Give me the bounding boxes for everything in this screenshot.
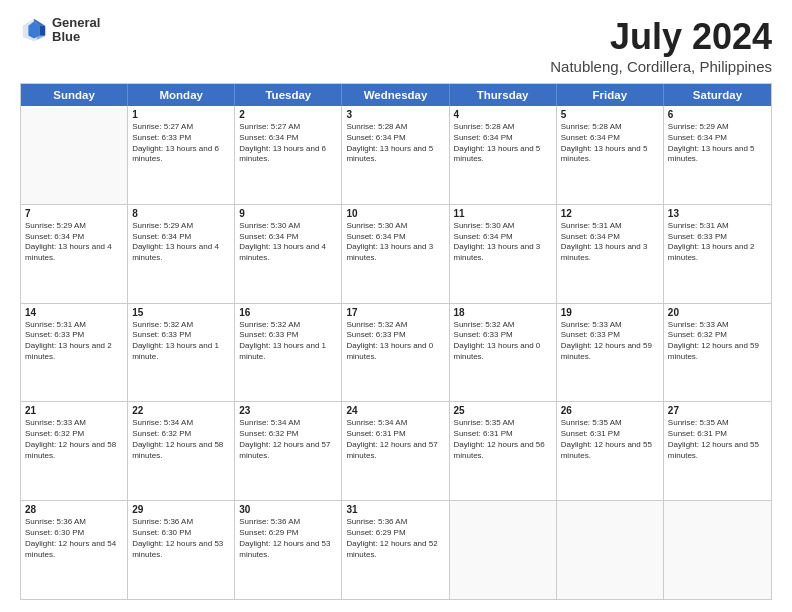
- day-number: 10: [346, 208, 444, 219]
- calendar-cell-15: 15Sunrise: 5:32 AMSunset: 6:33 PMDayligh…: [128, 304, 235, 402]
- calendar-body: 1Sunrise: 5:27 AMSunset: 6:33 PMDaylight…: [21, 106, 771, 599]
- svg-marker-3: [40, 26, 46, 36]
- calendar-cell-21: 21Sunrise: 5:33 AMSunset: 6:32 PMDayligh…: [21, 402, 128, 500]
- day-number: 25: [454, 405, 552, 416]
- day-info: Sunrise: 5:28 AMSunset: 6:34 PMDaylight:…: [346, 122, 444, 165]
- calendar-row-4: 28Sunrise: 5:36 AMSunset: 6:30 PMDayligh…: [21, 500, 771, 599]
- calendar-cell-14: 14Sunrise: 5:31 AMSunset: 6:33 PMDayligh…: [21, 304, 128, 402]
- logo: General Blue: [20, 16, 100, 45]
- calendar-cell-1: 1Sunrise: 5:27 AMSunset: 6:33 PMDaylight…: [128, 106, 235, 204]
- day-number: 22: [132, 405, 230, 416]
- day-info: Sunrise: 5:35 AMSunset: 6:31 PMDaylight:…: [561, 418, 659, 461]
- day-info: Sunrise: 5:30 AMSunset: 6:34 PMDaylight:…: [239, 221, 337, 264]
- day-number: 15: [132, 307, 230, 318]
- day-info: Sunrise: 5:32 AMSunset: 6:33 PMDaylight:…: [346, 320, 444, 363]
- day-info: Sunrise: 5:31 AMSunset: 6:33 PMDaylight:…: [668, 221, 767, 264]
- calendar-cell-empty-4-5: [557, 501, 664, 599]
- day-number: 4: [454, 109, 552, 120]
- day-info: Sunrise: 5:33 AMSunset: 6:33 PMDaylight:…: [561, 320, 659, 363]
- subtitle: Natubleng, Cordillera, Philippines: [550, 58, 772, 75]
- day-number: 26: [561, 405, 659, 416]
- day-number: 13: [668, 208, 767, 219]
- calendar-cell-11: 11Sunrise: 5:30 AMSunset: 6:34 PMDayligh…: [450, 205, 557, 303]
- day-number: 12: [561, 208, 659, 219]
- day-info: Sunrise: 5:33 AMSunset: 6:32 PMDaylight:…: [25, 418, 123, 461]
- calendar-cell-23: 23Sunrise: 5:34 AMSunset: 6:32 PMDayligh…: [235, 402, 342, 500]
- calendar-cell-22: 22Sunrise: 5:34 AMSunset: 6:32 PMDayligh…: [128, 402, 235, 500]
- day-info: Sunrise: 5:36 AMSunset: 6:30 PMDaylight:…: [25, 517, 123, 560]
- calendar-header: SundayMondayTuesdayWednesdayThursdayFrid…: [21, 84, 771, 106]
- day-number: 16: [239, 307, 337, 318]
- calendar-cell-16: 16Sunrise: 5:32 AMSunset: 6:33 PMDayligh…: [235, 304, 342, 402]
- calendar-cell-7: 7Sunrise: 5:29 AMSunset: 6:34 PMDaylight…: [21, 205, 128, 303]
- day-number: 24: [346, 405, 444, 416]
- logo-icon: [20, 16, 48, 44]
- calendar-cell-25: 25Sunrise: 5:35 AMSunset: 6:31 PMDayligh…: [450, 402, 557, 500]
- day-info: Sunrise: 5:28 AMSunset: 6:34 PMDaylight:…: [454, 122, 552, 165]
- day-number: 31: [346, 504, 444, 515]
- day-number: 7: [25, 208, 123, 219]
- day-info: Sunrise: 5:27 AMSunset: 6:33 PMDaylight:…: [132, 122, 230, 165]
- day-info: Sunrise: 5:31 AMSunset: 6:34 PMDaylight:…: [561, 221, 659, 264]
- day-number: 19: [561, 307, 659, 318]
- main-title: July 2024: [550, 16, 772, 58]
- calendar: SundayMondayTuesdayWednesdayThursdayFrid…: [20, 83, 772, 600]
- calendar-cell-24: 24Sunrise: 5:34 AMSunset: 6:31 PMDayligh…: [342, 402, 449, 500]
- day-number: 17: [346, 307, 444, 318]
- day-info: Sunrise: 5:35 AMSunset: 6:31 PMDaylight:…: [668, 418, 767, 461]
- calendar-cell-13: 13Sunrise: 5:31 AMSunset: 6:33 PMDayligh…: [664, 205, 771, 303]
- calendar-cell-27: 27Sunrise: 5:35 AMSunset: 6:31 PMDayligh…: [664, 402, 771, 500]
- header: General Blue July 2024 Natubleng, Cordil…: [20, 16, 772, 75]
- day-number: 2: [239, 109, 337, 120]
- calendar-cell-18: 18Sunrise: 5:32 AMSunset: 6:33 PMDayligh…: [450, 304, 557, 402]
- header-day-tuesday: Tuesday: [235, 84, 342, 106]
- day-info: Sunrise: 5:36 AMSunset: 6:29 PMDaylight:…: [239, 517, 337, 560]
- calendar-cell-28: 28Sunrise: 5:36 AMSunset: 6:30 PMDayligh…: [21, 501, 128, 599]
- day-info: Sunrise: 5:32 AMSunset: 6:33 PMDaylight:…: [239, 320, 337, 363]
- calendar-cell-empty-0-0: [21, 106, 128, 204]
- day-number: 11: [454, 208, 552, 219]
- calendar-cell-26: 26Sunrise: 5:35 AMSunset: 6:31 PMDayligh…: [557, 402, 664, 500]
- day-info: Sunrise: 5:34 AMSunset: 6:32 PMDaylight:…: [239, 418, 337, 461]
- title-block: July 2024 Natubleng, Cordillera, Philipp…: [550, 16, 772, 75]
- day-number: 27: [668, 405, 767, 416]
- calendar-cell-30: 30Sunrise: 5:36 AMSunset: 6:29 PMDayligh…: [235, 501, 342, 599]
- day-info: Sunrise: 5:35 AMSunset: 6:31 PMDaylight:…: [454, 418, 552, 461]
- page: General Blue July 2024 Natubleng, Cordil…: [0, 0, 792, 612]
- calendar-cell-4: 4Sunrise: 5:28 AMSunset: 6:34 PMDaylight…: [450, 106, 557, 204]
- day-number: 8: [132, 208, 230, 219]
- day-info: Sunrise: 5:29 AMSunset: 6:34 PMDaylight:…: [668, 122, 767, 165]
- day-number: 28: [25, 504, 123, 515]
- day-number: 9: [239, 208, 337, 219]
- calendar-cell-2: 2Sunrise: 5:27 AMSunset: 6:34 PMDaylight…: [235, 106, 342, 204]
- day-number: 1: [132, 109, 230, 120]
- header-day-friday: Friday: [557, 84, 664, 106]
- header-day-sunday: Sunday: [21, 84, 128, 106]
- calendar-cell-20: 20Sunrise: 5:33 AMSunset: 6:32 PMDayligh…: [664, 304, 771, 402]
- calendar-cell-5: 5Sunrise: 5:28 AMSunset: 6:34 PMDaylight…: [557, 106, 664, 204]
- calendar-cell-9: 9Sunrise: 5:30 AMSunset: 6:34 PMDaylight…: [235, 205, 342, 303]
- day-info: Sunrise: 5:32 AMSunset: 6:33 PMDaylight:…: [132, 320, 230, 363]
- day-number: 6: [668, 109, 767, 120]
- day-number: 20: [668, 307, 767, 318]
- calendar-row-0: 1Sunrise: 5:27 AMSunset: 6:33 PMDaylight…: [21, 106, 771, 204]
- day-info: Sunrise: 5:30 AMSunset: 6:34 PMDaylight:…: [346, 221, 444, 264]
- calendar-cell-17: 17Sunrise: 5:32 AMSunset: 6:33 PMDayligh…: [342, 304, 449, 402]
- calendar-cell-19: 19Sunrise: 5:33 AMSunset: 6:33 PMDayligh…: [557, 304, 664, 402]
- day-info: Sunrise: 5:36 AMSunset: 6:29 PMDaylight:…: [346, 517, 444, 560]
- calendar-cell-10: 10Sunrise: 5:30 AMSunset: 6:34 PMDayligh…: [342, 205, 449, 303]
- day-number: 14: [25, 307, 123, 318]
- day-info: Sunrise: 5:28 AMSunset: 6:34 PMDaylight:…: [561, 122, 659, 165]
- calendar-row-1: 7Sunrise: 5:29 AMSunset: 6:34 PMDaylight…: [21, 204, 771, 303]
- day-info: Sunrise: 5:33 AMSunset: 6:32 PMDaylight:…: [668, 320, 767, 363]
- logo-text: General Blue: [52, 16, 100, 45]
- logo-line2: Blue: [52, 30, 100, 44]
- calendar-row-2: 14Sunrise: 5:31 AMSunset: 6:33 PMDayligh…: [21, 303, 771, 402]
- day-number: 21: [25, 405, 123, 416]
- calendar-cell-12: 12Sunrise: 5:31 AMSunset: 6:34 PMDayligh…: [557, 205, 664, 303]
- day-number: 18: [454, 307, 552, 318]
- header-day-thursday: Thursday: [450, 84, 557, 106]
- day-info: Sunrise: 5:29 AMSunset: 6:34 PMDaylight:…: [132, 221, 230, 264]
- day-number: 5: [561, 109, 659, 120]
- day-number: 30: [239, 504, 337, 515]
